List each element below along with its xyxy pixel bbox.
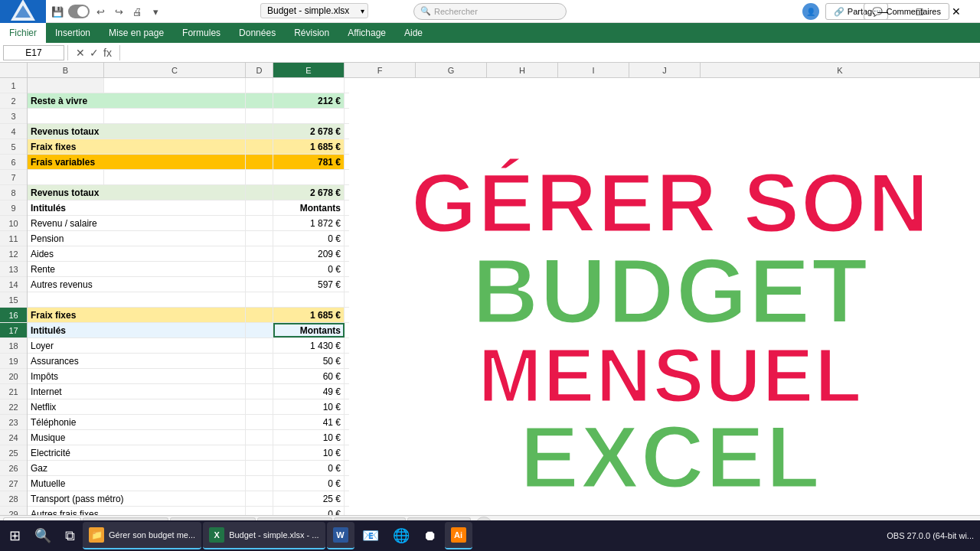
cell-d4[interactable] [246,124,273,139]
cell-rente-val[interactable]: 0 € [273,262,345,276]
taskbar-app-excel[interactable]: X Budget - simple.xlsx - ... [203,522,325,549]
save-button[interactable]: 💾 [50,4,65,19]
print-button[interactable]: 🖨 [129,4,145,19]
cell-d18[interactable] [246,338,273,353]
row-18[interactable]: 18 [0,338,27,354]
cell-gaz[interactable]: Gaz [28,461,246,475]
row-8[interactable]: 8 [0,185,27,201]
cell-revenu-salaire[interactable]: Revenu / salaire [28,216,246,230]
row-3[interactable]: 3 [0,109,27,124]
cell-fraix-fixes-value1[interactable]: 1 685 € [273,139,345,154]
cell-revenus-section-value[interactable]: 2 678 € [273,185,345,200]
cell-fraix-fixes-label1[interactable]: Fraix fixes [28,139,246,154]
cell-b15[interactable] [28,292,246,307]
row-19[interactable]: 19 [0,354,27,369]
cell-d1[interactable] [246,78,273,93]
cell-d12[interactable] [246,246,273,261]
cell-fraix-fixes-section-val[interactable]: 1 685 € [273,308,345,322]
cancel-formula-icon[interactable]: ✕ [76,47,85,59]
close-button[interactable]: ✕ [939,0,974,23]
cell-pension[interactable]: Pension [28,231,246,246]
ribbon-tab-formules[interactable]: Formules [173,23,230,43]
ribbon-tab-insertion[interactable]: Insertion [46,23,100,43]
row-23[interactable]: 23 [0,415,27,430]
cell-frais-variables-value1[interactable]: 781 € [273,155,345,169]
cell-d20[interactable] [246,369,273,383]
cell-c1[interactable] [104,78,246,93]
search-taskbar-button[interactable]: 🔍 [28,522,57,549]
cell-b3[interactable] [28,109,104,123]
row-28[interactable]: 28 [0,491,27,507]
cell-d21[interactable] [246,384,273,399]
cell-autres-revenus-val[interactable]: 597 € [273,277,345,292]
cell-d24[interactable] [246,430,273,445]
autosave-toggle[interactable] [68,5,90,18]
cell-assurances-val[interactable]: 50 € [273,354,345,368]
cell-d26[interactable] [246,461,273,475]
cell-revenus-section-label[interactable]: Revenus totaux [28,185,246,200]
cell-d19[interactable] [246,354,273,368]
row-17[interactable]: 17 [0,323,27,338]
row-13[interactable]: 13 [0,262,27,277]
taskbar-app-word[interactable]: W [327,522,354,549]
redo-button[interactable]: ↪ [111,4,126,19]
cell-d8[interactable] [246,185,273,200]
cell-frais-variables-label1[interactable]: Frais variables [28,155,246,169]
cell-d13[interactable] [246,262,273,276]
cell-d11[interactable] [246,231,273,246]
ribbon-tab-revision[interactable]: Révision [285,23,338,43]
ribbon-tab-mise-en-page[interactable]: Mise en page [100,23,173,43]
cell-netflix[interactable]: Netflix [28,399,246,414]
cell-loyer[interactable]: Loyer [28,338,246,353]
row-27[interactable]: 27 [0,476,27,491]
cell-d7[interactable] [246,170,273,184]
col-header-k[interactable]: K [701,63,980,77]
cell-montants-header[interactable]: Montants [273,201,345,215]
maximize-button[interactable]: □ [902,0,937,23]
cell-d14[interactable] [246,277,273,292]
cell-revenus-totaux-label1[interactable]: Revenus totaux [28,124,246,139]
row-1[interactable]: 1 [0,78,27,93]
cell-electricite-val[interactable]: 10 € [273,445,345,460]
cell-c3[interactable] [104,109,246,123]
cell-electricite[interactable]: Electricité [28,445,246,460]
col-header-g[interactable]: G [416,63,487,77]
cell-transport[interactable]: Transport (pass métro) [28,491,246,506]
cell-d25[interactable] [246,445,273,460]
cell-reste-vivre-value[interactable]: 212 € [273,93,345,108]
cell-d27[interactable] [246,476,273,491]
row-26[interactable]: 26 [0,461,27,476]
cell-fraix-fixes-section-label[interactable]: Fraix fixes [28,308,246,322]
cell-netflix-val[interactable]: 10 € [273,399,345,414]
cell-aides[interactable]: Aides [28,246,246,261]
cell-e3[interactable] [273,109,345,123]
cell-d22[interactable] [246,399,273,414]
insert-function-icon[interactable]: fx [103,47,112,59]
cell-reference-box[interactable] [3,45,64,60]
cell-revenu-salaire-val[interactable]: 1 872 € [273,216,345,230]
cell-e1[interactable] [273,78,345,93]
cell-d15[interactable] [246,292,273,307]
cell-telephonie[interactable]: Téléphonie [28,415,246,429]
cell-intitules-header2[interactable]: Intitulés [28,323,246,337]
row-11[interactable]: 11 [0,231,27,246]
col-header-e[interactable]: E [273,63,345,77]
cell-d28[interactable] [246,491,273,506]
cell-c7[interactable] [104,170,246,184]
taskbar-outlook-icon[interactable]: 📧 [356,522,385,549]
cell-mutuelle[interactable]: Mutuelle [28,476,246,491]
row-25[interactable]: 25 [0,445,27,461]
cell-mutuelle-val[interactable]: 0 € [273,476,345,491]
minimize-button[interactable]: — [865,0,900,23]
ribbon-tab-donnees[interactable]: Données [230,23,285,43]
cell-intitules-header[interactable]: Intitulés [28,201,246,215]
cell-d9[interactable] [246,201,273,215]
row-22[interactable]: 22 [0,399,27,415]
cell-montants-header2[interactable]: Montants [273,323,345,337]
cell-autres-revenus[interactable]: Autres revenus [28,277,246,292]
cell-musique-val[interactable]: 10 € [273,430,345,445]
row-10[interactable]: 10 [0,216,27,231]
row-20[interactable]: 20 [0,369,27,384]
col-header-j[interactable]: J [629,63,701,77]
col-header-c[interactable]: C [104,63,246,77]
